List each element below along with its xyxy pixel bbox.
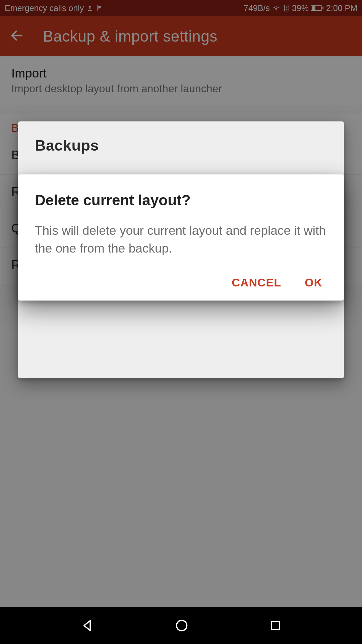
ok-button[interactable]: OK — [305, 276, 322, 289]
svg-point-7 — [177, 621, 187, 631]
nav-recent-icon[interactable] — [269, 619, 282, 632]
navigation-bar — [0, 607, 362, 644]
dialog-body: This will delete your current layout and… — [35, 222, 327, 257]
dialog-title: Delete current layout? — [35, 192, 327, 209]
dialog-actions: CANCEL OK — [35, 276, 327, 289]
nav-home-icon[interactable] — [174, 618, 189, 633]
cancel-button[interactable]: CANCEL — [232, 276, 281, 289]
confirm-dialog: Delete current layout? This will delete … — [18, 174, 344, 301]
nav-back-icon[interactable] — [80, 618, 95, 633]
backups-sheet-row[interactable] — [18, 294, 344, 338]
svg-rect-8 — [272, 622, 279, 629]
backups-sheet-title: Backups — [18, 121, 344, 164]
